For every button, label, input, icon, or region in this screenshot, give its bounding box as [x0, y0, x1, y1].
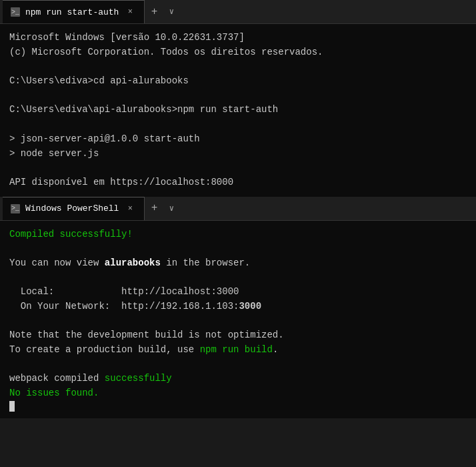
cursor-line — [9, 401, 467, 412]
terminal-line — [9, 117, 467, 132]
tab-bar-2: >_ Windows PowerShell × + ∨ — [0, 197, 476, 221]
tab-bar-1: >_ npm run start-auth × + ∨ — [0, 0, 476, 24]
cursor — [9, 401, 15, 412]
terminal-line: Note that the development build is not o… — [9, 328, 467, 343]
terminal-line: > json-server-api@1.0.0 start-auth — [9, 132, 467, 147]
terminal-line: C:\Users\ediva>cd api-alurabooks — [9, 74, 467, 89]
terminal-line — [9, 89, 467, 103]
terminal-line — [9, 271, 467, 286]
terminal-line — [9, 358, 467, 372]
terminal-line: You can now view alurabooks in the brows… — [9, 256, 467, 271]
terminal-line: To create a production build, use npm ru… — [9, 343, 467, 358]
terminal-body-1: Microsoft Windows [versão 10.0.22631.373… — [0, 24, 476, 197]
terminal-line: Local: http://localhost:3000 — [9, 285, 467, 300]
terminal-body-2: Compiled successfully! You can now view … — [0, 221, 476, 418]
terminal-icon-1: >_ — [11, 7, 20, 17]
terminal-line: C:\Users\ediva\api-alurabooks>npm run st… — [9, 103, 467, 117]
terminal-line: (c) Microsoft Corporation. Todos os dire… — [9, 45, 467, 60]
terminal-line: > node server.js — [9, 147, 467, 161]
terminal-line — [9, 314, 467, 329]
tab-close-button-2[interactable]: × — [124, 203, 136, 215]
tab-add-button-2[interactable]: + — [145, 199, 163, 217]
tab-chevron-button-1[interactable]: ∨ — [163, 3, 179, 21]
terminal-line: API disponível em https://localhost:8000 — [9, 175, 467, 190]
terminal-line — [9, 242, 467, 256]
tab-label-1: npm run start-auth — [25, 7, 119, 17]
terminal-icon-2: >_ — [11, 204, 20, 213]
terminal-line: No issues found. — [9, 386, 467, 401]
terminal-line: On Your Network: http://192.168.1.103:30… — [9, 300, 467, 314]
terminal-line: Compiled successfully! — [9, 227, 467, 242]
tab-chevron-button-2[interactable]: ∨ — [163, 199, 179, 217]
terminal-line — [9, 59, 467, 74]
tab-powershell[interactable]: >_ Windows PowerShell × — [3, 197, 145, 220]
tab-npm-run-start-auth[interactable]: >_ npm run start-auth × — [3, 0, 145, 23]
terminal-window-1: >_ npm run start-auth × + ∨ Microsoft Wi… — [0, 0, 476, 197]
terminal-window-2: >_ Windows PowerShell × + ∨ Compiled suc… — [0, 197, 476, 418]
tab-label-2: Windows PowerShell — [25, 203, 119, 213]
terminal-line: Microsoft Windows [versão 10.0.22631.373… — [9, 31, 467, 45]
tab-close-button-1[interactable]: × — [124, 6, 136, 18]
terminal-line — [9, 161, 467, 175]
tab-add-button-1[interactable]: + — [145, 3, 163, 21]
terminal-line: webpack compiled successfully — [9, 372, 467, 386]
